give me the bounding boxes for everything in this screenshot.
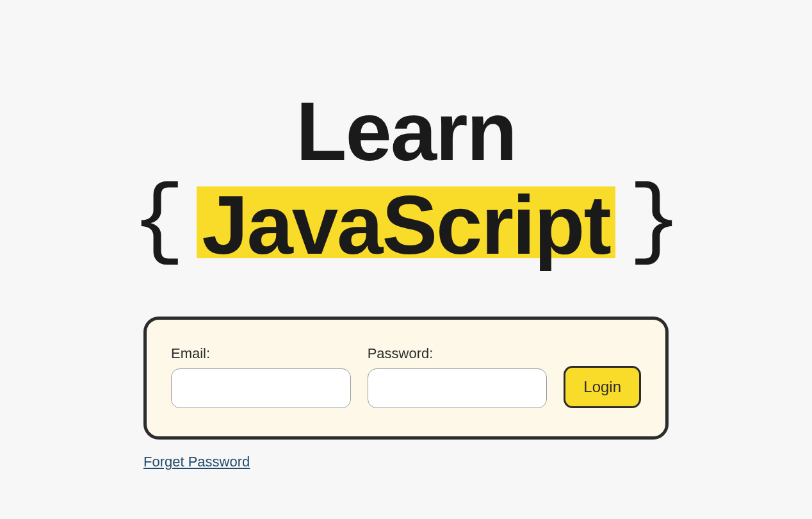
login-box: Email: Password: Login (143, 317, 669, 440)
logo-line2: { JavaScript } (131, 173, 681, 272)
password-field[interactable] (368, 368, 548, 408)
forgot-password-link[interactable]: Forget Password (143, 454, 250, 470)
forgot-link-container: Forget Password (143, 454, 669, 470)
password-field-group: Password: (368, 345, 548, 408)
brace-open-icon: { (131, 173, 184, 272)
logo: Learn { JavaScript } (131, 90, 681, 272)
logo-highlight: JavaScript (197, 186, 615, 258)
email-field-group: Email: (171, 345, 351, 408)
login-form: Email: Password: Login (171, 345, 641, 408)
email-field[interactable] (171, 368, 351, 408)
logo-line1: Learn (131, 90, 681, 173)
brace-close-icon: } (628, 173, 681, 272)
password-label: Password: (368, 345, 548, 362)
email-label: Email: (171, 345, 351, 362)
login-button[interactable]: Login (564, 366, 641, 408)
